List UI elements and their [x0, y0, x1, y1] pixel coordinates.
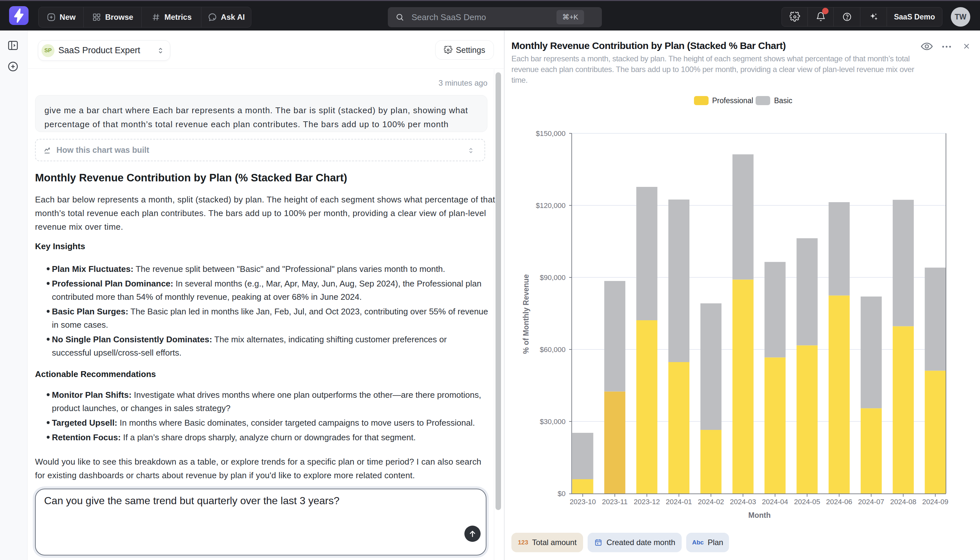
svg-text:2024-08: 2024-08 — [890, 498, 917, 506]
svg-text:2024-02: 2024-02 — [698, 498, 724, 506]
svg-text:$60,000: $60,000 — [540, 345, 566, 353]
svg-text:2024-01: 2024-01 — [666, 498, 692, 506]
svg-text:% of Monthly Revenue: % of Monthly Revenue — [522, 274, 530, 353]
svg-text:$90,000: $90,000 — [540, 273, 566, 282]
svg-text:2024-07: 2024-07 — [858, 498, 884, 506]
svg-text:2024-03: 2024-03 — [730, 498, 756, 506]
svg-text:2023-11: 2023-11 — [602, 498, 628, 506]
svg-text:2023-12: 2023-12 — [634, 498, 660, 506]
svg-text:$120,000: $120,000 — [536, 202, 566, 210]
svg-text:$150,000: $150,000 — [536, 130, 566, 138]
svg-text:Month: Month — [749, 511, 771, 520]
svg-text:2024-04: 2024-04 — [762, 498, 788, 506]
svg-text:2024-06: 2024-06 — [826, 498, 852, 506]
svg-text:2023-10: 2023-10 — [570, 498, 596, 506]
svg-text:2024-09: 2024-09 — [922, 498, 948, 506]
svg-text:2024-05: 2024-05 — [794, 498, 820, 506]
svg-text:Professional: Professional — [712, 97, 753, 105]
svg-text:$30,000: $30,000 — [540, 418, 566, 426]
svg-text:Basic: Basic — [774, 97, 792, 105]
svg-text:$0: $0 — [558, 490, 566, 498]
